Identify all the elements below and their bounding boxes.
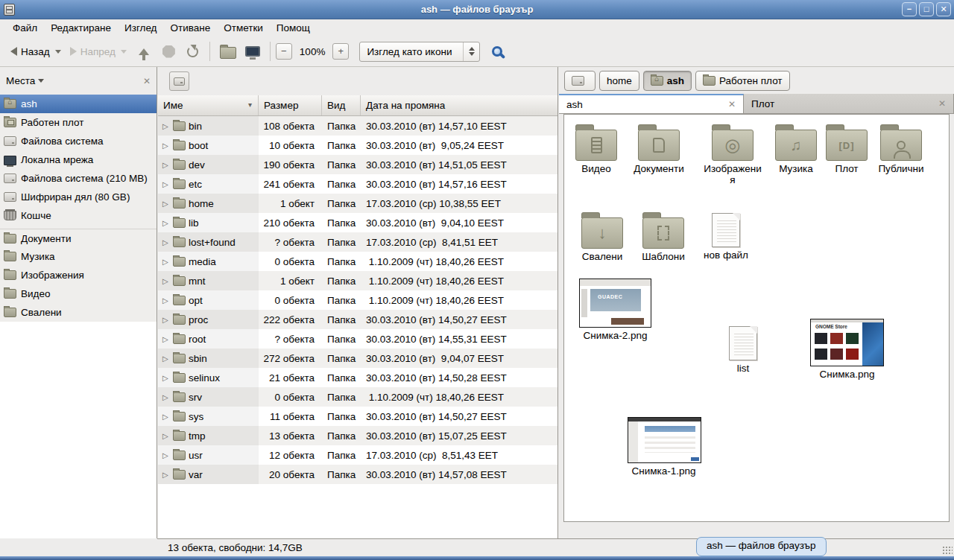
root-location-button[interactable] xyxy=(169,71,189,91)
table-row[interactable]: ▷ home 1 обект Папка 17.03.2010 (ср) 10,… xyxy=(158,194,557,213)
sidebar-item[interactable]: Музика xyxy=(0,247,157,266)
icon-view-item[interactable]: Плот xyxy=(817,124,876,174)
expander-icon[interactable]: ▷ xyxy=(162,258,170,266)
expander-icon[interactable]: ▷ xyxy=(162,161,170,169)
back-button[interactable]: Назад xyxy=(6,42,66,61)
sidebar-title[interactable]: Места xyxy=(6,75,35,86)
table-row[interactable]: ▷ selinux 21 обекта Папка 30.03.2010 (вт… xyxy=(158,368,557,387)
tab[interactable]: Плот ✕ xyxy=(744,94,954,113)
tab-close-icon[interactable]: ✕ xyxy=(929,98,946,109)
menu-item[interactable]: Помощ xyxy=(270,21,317,35)
menu-item[interactable]: Изглед xyxy=(118,21,164,35)
search-icon[interactable] xyxy=(492,46,502,57)
expander-icon[interactable]: ▷ xyxy=(162,471,170,479)
icon-view-item[interactable]: Документи xyxy=(629,124,689,174)
menu-item[interactable]: Отметки xyxy=(217,21,270,35)
table-row[interactable]: ▷ dev 190 обекта Папка 30.03.2010 (вт) 1… xyxy=(158,155,557,174)
table-row[interactable]: ▷ boot 10 обекта Папка 30.03.2010 (вт) 9… xyxy=(158,136,557,155)
forward-history-dropdown-icon[interactable] xyxy=(121,50,127,54)
expander-icon[interactable]: ▷ xyxy=(162,238,170,246)
sidebar-item[interactable]: Документи xyxy=(0,229,157,247)
icon-view-item[interactable]: Снимка.png xyxy=(810,319,884,380)
path-button[interactable] xyxy=(564,71,596,91)
back-history-dropdown-icon[interactable] xyxy=(55,50,61,54)
close-button[interactable]: ✕ xyxy=(936,2,951,16)
table-row[interactable]: ▷ mnt 1 обект Папка 1.10.2009 (чт) 18,40… xyxy=(158,271,557,290)
path-button[interactable]: ash xyxy=(643,71,692,91)
menu-item[interactable]: Редактиране xyxy=(44,21,118,35)
table-row[interactable]: ▷ root ? обекта Папка 30.03.2010 (вт) 14… xyxy=(158,329,557,349)
stop-icon[interactable] xyxy=(162,45,175,58)
table-row[interactable]: ▷ srv 0 обекта Папка 1.10.2009 (чт) 18,4… xyxy=(158,387,557,407)
icon-view-item[interactable]: Видео xyxy=(566,124,626,174)
expander-icon[interactable]: ▷ xyxy=(162,374,170,382)
table-row[interactable]: ▷ proc 222 обекта Папка 30.03.2010 (вт) … xyxy=(158,310,557,329)
table-row[interactable]: ▷ var 20 обекта Папка 30.03.2010 (вт) 14… xyxy=(158,465,557,484)
view-mode-select[interactable]: Изглед като икони xyxy=(359,42,480,62)
sidebar-item[interactable]: Работен плот xyxy=(0,113,157,132)
maximize-button[interactable]: □ xyxy=(919,2,934,16)
menu-item[interactable]: Отиване xyxy=(163,21,217,35)
column-header-date[interactable]: Дата на промяна xyxy=(361,95,557,115)
table-row[interactable]: ▷ sbin 272 обекта Папка 30.03.2010 (вт) … xyxy=(158,349,557,368)
expander-icon[interactable]: ▷ xyxy=(162,180,170,188)
icon-view-item[interactable]: Снимка-2.png xyxy=(579,279,651,341)
expander-icon[interactable]: ▷ xyxy=(162,393,170,401)
tab[interactable]: ash ✕ xyxy=(559,94,744,113)
zoom-out-button[interactable]: − xyxy=(276,43,292,60)
table-row[interactable]: ▷ lib 210 обекта Папка 30.03.2010 (вт) 9… xyxy=(158,213,557,232)
sidebar-item[interactable]: Файлова система (210 MB) xyxy=(0,169,157,188)
expander-icon[interactable]: ▷ xyxy=(162,335,170,343)
table-row[interactable]: ▷ tmp 13 обекта Папка 30.03.2010 (вт) 15… xyxy=(158,426,557,445)
table-row[interactable]: ▷ sys 11 обекта Папка 30.03.2010 (вт) 14… xyxy=(158,407,557,426)
expander-icon[interactable]: ▷ xyxy=(162,413,170,421)
column-header-type[interactable]: Вид xyxy=(322,95,361,115)
computer-button[interactable] xyxy=(241,42,265,60)
icon-view-item[interactable]: Свалени xyxy=(572,211,632,262)
table-row[interactable]: ▷ media 0 обекта Папка 1.10.2009 (чт) 18… xyxy=(158,252,557,271)
home-button[interactable] xyxy=(215,41,241,63)
sidebar-item[interactable]: Кошче xyxy=(0,206,157,225)
forward-button[interactable]: Напред xyxy=(66,42,131,61)
up-button[interactable] xyxy=(131,45,157,59)
sidebar-item[interactable]: Файлова система xyxy=(0,132,157,150)
sidebar-item[interactable]: Изображения xyxy=(0,266,157,284)
expander-icon[interactable]: ▷ xyxy=(162,141,170,150)
expander-icon[interactable]: ▷ xyxy=(162,122,170,130)
tab-close-icon[interactable]: ✕ xyxy=(719,99,736,109)
sidebar-close-icon[interactable]: ✕ xyxy=(143,76,151,86)
icon-view[interactable]: Видео Документи Изображения Музика Плот … xyxy=(563,114,950,522)
minimize-button[interactable]: − xyxy=(902,2,917,16)
path-button[interactable]: home xyxy=(599,71,639,91)
expander-icon[interactable]: ▷ xyxy=(162,219,170,227)
icon-view-item[interactable]: Изображения xyxy=(701,124,764,185)
expander-icon[interactable]: ▷ xyxy=(162,296,170,305)
column-header-name[interactable]: Име ▾ xyxy=(158,95,259,115)
table-row[interactable]: ▷ etc 241 обекта Папка 30.03.2010 (вт) 1… xyxy=(158,174,557,194)
resize-grip[interactable] xyxy=(942,546,953,555)
table-row[interactable]: ▷ usr 12 обекта Папка 17.03.2010 (ср) 8,… xyxy=(158,445,557,465)
icon-view-item[interactable]: нов файл xyxy=(696,213,756,261)
expander-icon[interactable]: ▷ xyxy=(162,316,170,324)
sidebar-item[interactable]: Локална мрежа xyxy=(0,150,157,169)
expander-icon[interactable]: ▷ xyxy=(162,451,170,459)
combo-spinner-icon[interactable] xyxy=(463,42,479,61)
table-row[interactable]: ▷ bin 108 обекта Папка 30.03.2010 (вт) 1… xyxy=(158,116,557,136)
icon-view-item[interactable]: list xyxy=(713,326,773,374)
icon-view-item[interactable]: Снимка-1.png xyxy=(628,417,700,477)
expander-icon[interactable]: ▷ xyxy=(162,200,170,208)
expander-icon[interactable]: ▷ xyxy=(162,277,170,285)
column-header-size[interactable]: Размер xyxy=(259,95,322,115)
zoom-in-button[interactable]: + xyxy=(332,43,349,60)
expander-icon[interactable]: ▷ xyxy=(162,432,170,440)
sidebar-item[interactable]: Свалени xyxy=(0,303,157,322)
sidebar-item[interactable]: Шифриран дял (80 GB) xyxy=(0,188,157,206)
sidebar-item[interactable]: Видео xyxy=(0,284,157,303)
menu-item[interactable]: Файл xyxy=(6,21,44,35)
icon-view-item[interactable]: Публични xyxy=(871,124,931,174)
expander-icon[interactable]: ▷ xyxy=(162,354,170,363)
icon-view-item[interactable]: Шаблони xyxy=(634,211,693,262)
table-row[interactable]: ▷ opt 0 обекта Папка 1.10.2009 (чт) 18,4… xyxy=(158,290,557,310)
reload-icon[interactable] xyxy=(187,46,198,57)
path-button[interactable]: Работен плот xyxy=(695,71,790,91)
